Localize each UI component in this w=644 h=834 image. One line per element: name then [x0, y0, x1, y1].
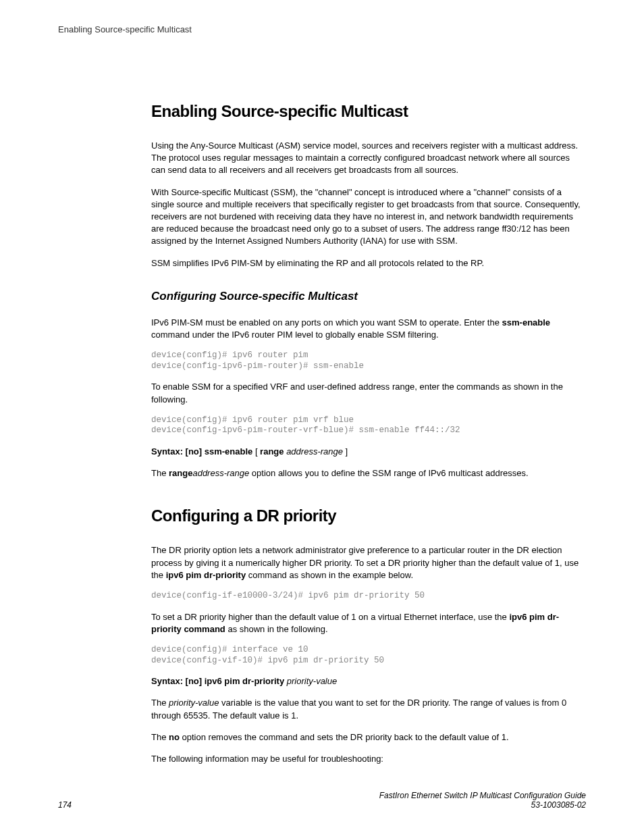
text: as shown in the following.	[225, 624, 328, 634]
text: The	[151, 698, 169, 708]
paragraph: The no option removes the command and se…	[151, 731, 586, 744]
text: IPv6 PIM-SM must be enabled on any ports…	[151, 317, 502, 328]
paragraph: The following information may be useful …	[151, 753, 586, 765]
section-heading-ssm: Enabling Source-specific Multicast	[151, 102, 586, 121]
paragraph: The priority-value variable is the value…	[151, 697, 586, 721]
text: option allows you to define the SSM rang…	[249, 468, 528, 478]
paragraph: The rangeaddress-range option allows you…	[151, 467, 586, 479]
code-block: device(config)# ipv6 router pim device(c…	[151, 350, 586, 371]
paragraph: IPv6 PIM-SM must be enabled on any ports…	[151, 317, 586, 341]
syntax-line: Syntax: [no] ssm-enable [ range address-…	[151, 446, 586, 458]
page-footer: 174 FastIron Ethernet Switch IP Multicas…	[58, 791, 586, 810]
footer-doc-info: FastIron Ethernet Switch IP Multicast Co…	[379, 791, 586, 810]
paragraph: To set a DR priority higher than the def…	[151, 611, 586, 635]
page-number: 174	[58, 800, 72, 810]
paragraph: SSM simplifies IPv6 PIM-SM by eliminatin…	[151, 257, 586, 269]
keyword: range	[169, 468, 192, 478]
argument: priority-value	[169, 698, 219, 708]
code-block: device(config-if-e10000-3/24)# ipv6 pim …	[151, 591, 586, 602]
footer-doc-id: 53-1003085-02	[379, 800, 586, 810]
syntax-label: Syntax: [no] ipv6 pim dr-priority	[151, 676, 284, 686]
code-block: device(config)# ipv6 router pim vrf blue…	[151, 415, 586, 436]
text: The	[151, 732, 169, 742]
syntax-arg: address-range	[286, 446, 343, 457]
syntax-line: Syntax: [no] ipv6 pim dr-priority priori…	[151, 675, 586, 687]
page-content: Enabling Source-specific Multicast Using…	[58, 102, 586, 765]
argument: address-range	[192, 468, 249, 478]
text: command under the IPv6 router PIM level …	[151, 330, 439, 340]
text: ]	[343, 446, 348, 457]
code-block: device(config)# interface ve 10 device(c…	[151, 645, 586, 666]
paragraph: To enable SSM for a specified VRF and us…	[151, 381, 586, 405]
text: To set a DR priority higher than the def…	[151, 612, 509, 622]
keyword: no	[169, 732, 180, 742]
running-header: Enabling Source-specific Multicast	[58, 24, 586, 34]
paragraph: With Source-specific Multicast (SSM), th…	[151, 186, 586, 248]
section-heading-dr-priority: Configuring a DR priority	[151, 506, 586, 525]
command-name: ipv6 pim dr-priority	[166, 570, 246, 580]
text: command as shown in the example below.	[246, 570, 413, 580]
paragraph: Using the Any-Source Multicast (ASM) ser…	[151, 140, 586, 177]
text: [	[252, 446, 260, 457]
subsection-heading-config-ssm: Configuring Source-specific Multicast	[151, 290, 586, 303]
footer-doc-title: FastIron Ethernet Switch IP Multicast Co…	[379, 791, 586, 800]
syntax-keyword: range	[260, 446, 284, 457]
command-name: ssm-enable	[502, 317, 551, 328]
text: The	[151, 468, 169, 478]
text: option removes the command and sets the …	[180, 732, 509, 742]
syntax-arg: priority-value	[284, 676, 337, 686]
paragraph: The DR priority option lets a network ad…	[151, 544, 586, 581]
syntax-label: Syntax: [no] ssm-enable	[151, 446, 252, 457]
